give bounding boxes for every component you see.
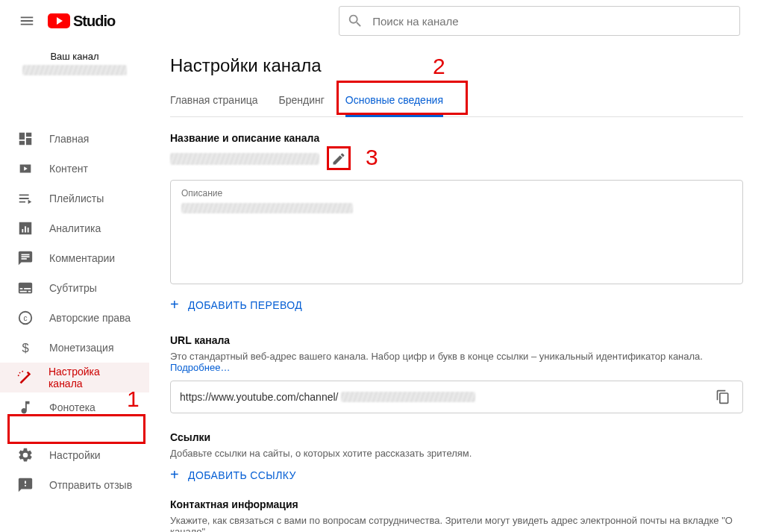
name-section-title: Название и описание канала [170, 132, 743, 144]
sidebar-item-label: Настройки [49, 449, 101, 461]
sidebar-item-monetization[interactable]: $ Монетизация [0, 333, 149, 363]
menu-button[interactable] [12, 6, 42, 36]
add-translation-label: ДОБАВИТЬ ПЕРЕВОД [188, 299, 302, 311]
channel-header: Ваш канал [0, 42, 149, 75]
search-icon [347, 13, 363, 29]
sidebar-item-subtitles[interactable]: Субтитры [0, 273, 149, 303]
links-subtext: Добавьте ссылки на сайты, о которых хоти… [170, 448, 743, 459]
links-section: Ссылки Добавьте ссылки на сайты, о котор… [170, 431, 743, 484]
copy-url-button[interactable] [713, 387, 733, 407]
sidebar-item-label: Аналитика [49, 222, 101, 234]
sidebar-item-customization[interactable]: Настройка канала [0, 363, 149, 392]
sidebar: Ваш канал Главная Контент Плейлисты Анал… [0, 42, 149, 532]
svg-point-3 [19, 372, 21, 374]
feedback-icon [16, 476, 34, 494]
youtube-play-icon [48, 13, 70, 28]
copy-icon [716, 389, 730, 404]
sidebar-item-audio-library[interactable]: Фонотека [0, 392, 149, 422]
tabs: Главная страница Брендинг Основные сведе… [170, 87, 743, 117]
channel-url-prefix: https://www.youtube.com/channel/ [180, 391, 338, 403]
monetization-icon: $ [16, 339, 34, 357]
channel-label: Ваш канал [0, 51, 149, 62]
sidebar-item-feedback[interactable]: Отправить отзыв [0, 470, 149, 500]
tab-branding[interactable]: Брендинг [279, 87, 325, 116]
search-input[interactable] [372, 15, 732, 28]
search-box[interactable] [339, 6, 740, 36]
audio-icon [16, 398, 34, 416]
plus-icon: + [170, 296, 179, 313]
sidebar-item-label: Монетизация [49, 342, 114, 354]
main-content: Настройки канала Главная страница Бренди… [149, 42, 764, 532]
sidebar-item-label: Контент [49, 163, 88, 175]
description-label: Описание [181, 188, 732, 198]
contact-subtext: Укажите, как связаться с вами по вопроса… [170, 515, 743, 532]
sidebar-item-label: Субтитры [49, 282, 97, 294]
add-link-label: ДОБАВИТЬ ССЫЛКУ [188, 469, 296, 481]
channel-url-box: https://www.youtube.com/channel/ [170, 381, 743, 413]
svg-text:c: c [23, 314, 27, 322]
contact-section-title: Контактная информация [170, 498, 743, 510]
sidebar-item-copyright[interactable]: c Авторские права [0, 303, 149, 333]
sidebar-item-dashboard[interactable]: Главная [0, 124, 149, 154]
content-icon [16, 160, 34, 178]
subtitles-icon [16, 279, 34, 297]
plus-icon: + [170, 466, 179, 484]
contact-section: Контактная информация Укажите, как связа… [170, 498, 743, 532]
playlists-icon [16, 190, 34, 207]
sidebar-item-label: Плейлисты [49, 193, 104, 204]
channel-url-redacted [341, 392, 475, 402]
add-link-button[interactable]: + ДОБАВИТЬ ССЫЛКУ [170, 466, 743, 484]
settings-icon [16, 446, 34, 464]
hamburger-icon [19, 13, 35, 29]
sidebar-item-label: Отправить отзыв [49, 479, 132, 491]
tab-layout[interactable]: Главная страница [170, 87, 258, 116]
url-subtext: Это стандартный веб-адрес вашего канала.… [170, 351, 743, 373]
sidebar-item-analytics[interactable]: Аналитика [0, 213, 149, 243]
sidebar-item-comments[interactable]: Комментарии [0, 243, 149, 273]
learn-more-link[interactable]: Подробнее… [170, 362, 230, 373]
svg-point-5 [18, 375, 19, 376]
sidebar-item-playlists[interactable]: Плейлисты [0, 184, 149, 213]
dashboard-icon [16, 130, 34, 148]
sidebar-item-content[interactable]: Контент [0, 154, 149, 184]
page-title: Настройки канала [170, 55, 743, 76]
pencil-icon [331, 151, 346, 166]
sidebar-item-label: Главная [49, 133, 89, 145]
analytics-icon [16, 219, 34, 237]
sidebar-item-label: Авторские права [49, 312, 131, 324]
edit-name-button[interactable] [328, 148, 349, 169]
sidebar-item-settings[interactable]: Настройки [0, 440, 149, 470]
description-redacted [181, 203, 353, 213]
svg-point-4 [22, 371, 24, 372]
description-box[interactable]: Описание [170, 180, 743, 284]
tab-basic-info[interactable]: Основные сведения [345, 87, 443, 116]
channel-name-redacted [22, 65, 127, 75]
sidebar-item-label: Фонотека [49, 401, 96, 413]
customize-icon [16, 369, 34, 387]
youtube-studio-logo[interactable]: Studio [48, 13, 115, 30]
svg-text:$: $ [22, 341, 28, 354]
url-section-title: URL канала [170, 334, 743, 346]
name-description-section: Название и описание канала Описание + ДО… [170, 132, 743, 313]
logo-text: Studio [73, 13, 115, 30]
sidebar-item-label: Настройка канала [48, 366, 133, 389]
channel-name-redacted [170, 153, 319, 165]
sidebar-item-label: Комментарии [49, 252, 115, 264]
comments-icon [16, 249, 34, 267]
copyright-icon: c [16, 309, 34, 327]
links-section-title: Ссылки [170, 431, 743, 443]
add-translation-button[interactable]: + ДОБАВИТЬ ПЕРЕВОД [170, 296, 743, 313]
url-section: URL канала Это стандартный веб-адрес ваш… [170, 334, 743, 413]
